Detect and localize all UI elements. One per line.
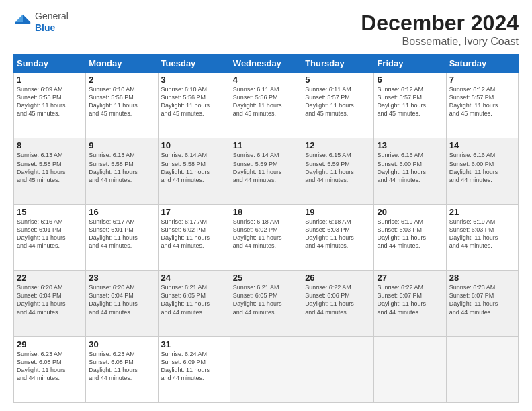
header-row: SundayMondayTuesdayWednesdayThursdayFrid… — [14, 55, 519, 73]
calendar-cell: 19Sunrise: 6:18 AM Sunset: 6:03 PM Dayli… — [302, 204, 374, 270]
calendar-week-5: 29Sunrise: 6:23 AM Sunset: 6:08 PM Dayli… — [14, 336, 519, 402]
day-info: Sunrise: 6:11 AM Sunset: 5:57 PM Dayligh… — [305, 85, 371, 118]
day-info: Sunrise: 6:10 AM Sunset: 5:56 PM Dayligh… — [89, 85, 154, 118]
day-info: Sunrise: 6:14 AM Sunset: 5:58 PM Dayligh… — [161, 151, 227, 184]
calendar-cell: 24Sunrise: 6:21 AM Sunset: 6:05 PM Dayli… — [158, 271, 230, 336]
calendar-cell: 5Sunrise: 6:11 AM Sunset: 5:57 PM Daylig… — [302, 73, 374, 138]
calendar-cell: 25Sunrise: 6:21 AM Sunset: 6:05 PM Dayli… — [230, 271, 302, 336]
day-number: 12 — [305, 140, 371, 150]
day-number: 9 — [89, 140, 154, 150]
header-cell-saturday: Saturday — [446, 55, 518, 73]
day-number: 6 — [377, 75, 443, 85]
day-info: Sunrise: 6:17 AM Sunset: 6:01 PM Dayligh… — [89, 218, 154, 250]
svg-marker-1 — [15, 15, 23, 22]
day-info: Sunrise: 6:21 AM Sunset: 6:05 PM Dayligh… — [233, 283, 299, 316]
day-info: Sunrise: 6:17 AM Sunset: 6:02 PM Dayligh… — [161, 218, 227, 250]
calendar-cell: 6Sunrise: 6:12 AM Sunset: 5:57 PM Daylig… — [374, 73, 446, 138]
day-number: 31 — [161, 339, 227, 349]
calendar-cell: 4Sunrise: 6:11 AM Sunset: 5:56 PM Daylig… — [230, 73, 302, 138]
day-number: 8 — [17, 140, 83, 150]
day-number: 2 — [89, 75, 154, 85]
calendar-cell: 14Sunrise: 6:16 AM Sunset: 6:00 PM Dayli… — [446, 138, 518, 204]
header-cell-tuesday: Tuesday — [158, 55, 230, 73]
calendar-cell: 26Sunrise: 6:22 AM Sunset: 6:06 PM Dayli… — [302, 271, 374, 336]
calendar-cell: 9Sunrise: 6:13 AM Sunset: 5:58 PM Daylig… — [86, 138, 158, 204]
day-number: 1 — [17, 75, 83, 85]
day-info: Sunrise: 6:15 AM Sunset: 5:59 PM Dayligh… — [305, 151, 371, 184]
calendar-cell: 13Sunrise: 6:15 AM Sunset: 6:00 PM Dayli… — [374, 138, 446, 204]
day-info: Sunrise: 6:16 AM Sunset: 6:00 PM Dayligh… — [449, 151, 515, 184]
day-info: Sunrise: 6:24 AM Sunset: 6:09 PM Dayligh… — [161, 350, 227, 383]
day-number: 22 — [17, 273, 83, 283]
day-info: Sunrise: 6:15 AM Sunset: 6:00 PM Dayligh… — [377, 151, 443, 184]
calendar-cell: 21Sunrise: 6:19 AM Sunset: 6:03 PM Dayli… — [446, 204, 518, 270]
day-number: 4 — [233, 75, 299, 85]
calendar-cell: 15Sunrise: 6:16 AM Sunset: 6:01 PM Dayli… — [14, 204, 86, 270]
calendar-cell: 16Sunrise: 6:17 AM Sunset: 6:01 PM Dayli… — [86, 204, 158, 270]
day-info: Sunrise: 6:16 AM Sunset: 6:01 PM Dayligh… — [17, 218, 83, 250]
calendar-cell: 29Sunrise: 6:23 AM Sunset: 6:08 PM Dayli… — [14, 336, 86, 402]
day-info: Sunrise: 6:10 AM Sunset: 5:56 PM Dayligh… — [161, 85, 227, 118]
day-info: Sunrise: 6:19 AM Sunset: 6:03 PM Dayligh… — [449, 218, 515, 250]
day-number: 3 — [161, 75, 227, 85]
header: General Blue December 2024 Bossematie, I… — [13, 11, 519, 48]
day-info: Sunrise: 6:18 AM Sunset: 6:03 PM Dayligh… — [305, 218, 371, 250]
day-number: 15 — [17, 207, 83, 217]
logo-icon — [13, 13, 32, 32]
calendar-week-2: 8Sunrise: 6:13 AM Sunset: 5:58 PM Daylig… — [14, 138, 519, 204]
day-info: Sunrise: 6:22 AM Sunset: 6:06 PM Dayligh… — [305, 283, 371, 316]
logo-text: General Blue — [35, 11, 69, 34]
day-info: Sunrise: 6:20 AM Sunset: 6:04 PM Dayligh… — [89, 283, 154, 316]
day-info: Sunrise: 6:23 AM Sunset: 6:08 PM Dayligh… — [89, 350, 154, 383]
day-number: 10 — [161, 140, 227, 150]
calendar-page: General Blue December 2024 Bossematie, I… — [0, 0, 532, 411]
logo: General Blue — [13, 11, 69, 34]
day-number: 18 — [233, 207, 299, 217]
day-info: Sunrise: 6:09 AM Sunset: 5:55 PM Dayligh… — [17, 85, 83, 118]
title-block: December 2024 Bossematie, Ivory Coast — [361, 11, 519, 48]
calendar-week-3: 15Sunrise: 6:16 AM Sunset: 6:01 PM Dayli… — [14, 204, 519, 270]
day-number: 11 — [233, 140, 299, 150]
calendar-header: SundayMondayTuesdayWednesdayThursdayFrid… — [14, 55, 519, 73]
day-number: 7 — [449, 75, 515, 85]
calendar-cell: 28Sunrise: 6:23 AM Sunset: 6:07 PM Dayli… — [446, 271, 518, 336]
calendar-cell: 23Sunrise: 6:20 AM Sunset: 6:04 PM Dayli… — [86, 271, 158, 336]
calendar-cell — [230, 336, 302, 402]
day-number: 25 — [233, 273, 299, 283]
logo-general: General — [35, 11, 69, 21]
calendar-cell: 27Sunrise: 6:22 AM Sunset: 6:07 PM Dayli… — [374, 271, 446, 336]
calendar-table: SundayMondayTuesdayWednesdayThursdayFrid… — [13, 54, 519, 403]
day-info: Sunrise: 6:23 AM Sunset: 6:08 PM Dayligh… — [17, 350, 83, 383]
svg-rect-2 — [15, 22, 30, 24]
day-number: 17 — [161, 207, 227, 217]
calendar-subtitle: Bossematie, Ivory Coast — [361, 36, 519, 48]
day-number: 29 — [17, 339, 83, 349]
calendar-cell: 31Sunrise: 6:24 AM Sunset: 6:09 PM Dayli… — [158, 336, 230, 402]
calendar-cell: 11Sunrise: 6:14 AM Sunset: 5:59 PM Dayli… — [230, 138, 302, 204]
day-info: Sunrise: 6:13 AM Sunset: 5:58 PM Dayligh… — [17, 151, 83, 184]
day-number: 23 — [89, 273, 154, 283]
day-number: 13 — [377, 140, 443, 150]
day-number: 19 — [305, 207, 371, 217]
day-info: Sunrise: 6:23 AM Sunset: 6:07 PM Dayligh… — [449, 283, 515, 316]
day-info: Sunrise: 6:13 AM Sunset: 5:58 PM Dayligh… — [89, 151, 154, 184]
calendar-cell: 10Sunrise: 6:14 AM Sunset: 5:58 PM Dayli… — [158, 138, 230, 204]
calendar-body: 1Sunrise: 6:09 AM Sunset: 5:55 PM Daylig… — [14, 73, 519, 403]
calendar-week-4: 22Sunrise: 6:20 AM Sunset: 6:04 PM Dayli… — [14, 271, 519, 336]
header-cell-friday: Friday — [374, 55, 446, 73]
day-number: 21 — [449, 207, 515, 217]
calendar-cell — [374, 336, 446, 402]
header-cell-wednesday: Wednesday — [230, 55, 302, 73]
calendar-cell: 7Sunrise: 6:12 AM Sunset: 5:57 PM Daylig… — [446, 73, 518, 138]
header-cell-sunday: Sunday — [14, 55, 86, 73]
svg-marker-0 — [23, 15, 30, 22]
day-number: 30 — [89, 339, 154, 349]
calendar-cell — [302, 336, 374, 402]
day-number: 27 — [377, 273, 443, 283]
day-info: Sunrise: 6:12 AM Sunset: 5:57 PM Dayligh… — [377, 85, 443, 118]
day-info: Sunrise: 6:14 AM Sunset: 5:59 PM Dayligh… — [233, 151, 299, 184]
day-number: 26 — [305, 273, 371, 283]
calendar-cell: 20Sunrise: 6:19 AM Sunset: 6:03 PM Dayli… — [374, 204, 446, 270]
logo-blue: Blue — [35, 22, 55, 33]
calendar-cell: 30Sunrise: 6:23 AM Sunset: 6:08 PM Dayli… — [86, 336, 158, 402]
